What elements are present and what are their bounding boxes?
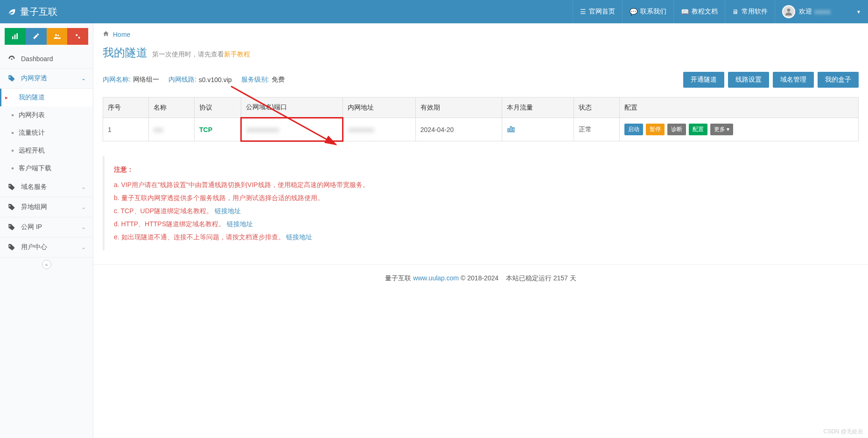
svg-rect-10 [511, 127, 512, 132]
notice-d: d. HTTP、HTTPS隧道绑定域名教程。 链接地址 [114, 217, 849, 230]
comment-icon: 💬 [630, 8, 637, 15]
td-expiry: 2024-04-20 [415, 118, 502, 141]
action-buttons: 开通隧道 线路设置 域名管理 我的盒子 [683, 72, 859, 88]
svg-rect-11 [513, 128, 514, 132]
more-button[interactable]: 更多 ▾ [710, 124, 733, 135]
intranet-name-label: 内网名称: [103, 76, 131, 84]
home-icon [103, 30, 109, 38]
submenu-my-tunnels[interactable]: ▸ 我的隧道 [0, 89, 93, 106]
th-seq: 序号 [103, 97, 149, 118]
collapse-sidebar-button[interactable]: « [42, 260, 51, 269]
tag-icon [7, 203, 16, 211]
nav-home[interactable]: ☰ 官网首页 [573, 0, 622, 23]
top-links: ☰ 官网首页 💬 联系我们 📖 教程文档 🖥 常用软件 欢迎 xxxxx ▼ [573, 0, 868, 23]
svg-point-0 [787, 8, 791, 12]
tool-stats[interactable] [5, 28, 26, 45]
chevron-down-icon: ⌄ [81, 224, 86, 230]
svg-point-5 [57, 35, 59, 36]
arrow-right-icon: ▸ [5, 94, 8, 101]
notice-a: a. VIP用户请在"线路设置"中由普通线路切换到VIP线路，使用稳定高速的网络… [114, 178, 849, 191]
nav-software[interactable]: 🖥 常用软件 [725, 0, 775, 23]
service-level-label: 服务级别: [241, 76, 269, 84]
submenu-remote-boot[interactable]: 远程开机 [0, 142, 93, 160]
notice-box: 注意： a. VIP用户请在"线路设置"中由普通线路切换到VIP线路，使用稳定高… [103, 156, 859, 250]
top-nav: 量子互联 ☰ 官网首页 💬 联系我们 📖 教程文档 🖥 常用软件 欢迎 xxxx… [0, 0, 868, 23]
username-blurred: xxxxx [814, 8, 842, 15]
info-row: 内网名称: 网络组一 内网线路: s0.v100.vip 服务级别: 免费 开通… [93, 67, 868, 92]
th-intranet-addr: 内网地址 [343, 97, 415, 118]
page-title: 我的隧道 [103, 45, 147, 60]
td-status: 正常 [574, 118, 620, 141]
th-monthly-traffic: 本月流量 [502, 97, 574, 118]
submenu-traffic-stats[interactable]: 流量统计 [0, 124, 93, 142]
notice-link-d[interactable]: 链接地址 [227, 220, 253, 228]
tunnels-table-wrap: 序号 名称 协议 公网域名\端口 内网地址 有效期 本月流量 状态 配置 1 x [93, 92, 868, 146]
tool-settings[interactable] [67, 28, 88, 45]
td-config: 启动 暂停 诊断 配置 更多 ▾ [620, 118, 859, 141]
monitor-icon: 🖥 [732, 8, 739, 15]
td-name: xxx [149, 118, 195, 141]
chevron-down-icon: ⌄ [81, 75, 86, 82]
notice-link-e[interactable]: 链接地址 [286, 233, 312, 241]
page-header: 我的隧道 第一次使用时，请先查看新手教程 [93, 45, 868, 67]
my-box-button[interactable]: 我的盒子 [818, 72, 859, 88]
td-traffic [502, 118, 574, 141]
svg-point-6 [76, 34, 77, 36]
user-menu[interactable]: 欢迎 xxxxx ▼ [775, 0, 868, 23]
menu-penetration[interactable]: 内网穿透 ⌄ [0, 69, 93, 89]
traffic-chart-icon[interactable] [507, 127, 515, 134]
chevron-down-icon: ⌄ [81, 184, 86, 190]
notice-title: 注意： [114, 163, 849, 176]
open-tunnel-button[interactable]: 开通隧道 [683, 72, 724, 88]
footer-url[interactable]: www.uulap.com [413, 274, 459, 282]
submenu-client-download[interactable]: 客户端下载 [0, 160, 93, 177]
svg-rect-1 [12, 36, 14, 39]
nav-contact[interactable]: 💬 联系我们 [622, 0, 673, 23]
logo-text: 量子互联 [20, 6, 57, 18]
start-button[interactable]: 启动 [624, 124, 643, 135]
breadcrumb-home[interactable]: Home [113, 31, 130, 38]
avatar [782, 5, 795, 18]
svg-rect-3 [17, 33, 18, 39]
config-button[interactable]: 配置 [689, 124, 707, 135]
tunnels-table: 序号 名称 协议 公网域名\端口 内网地址 有效期 本月流量 状态 配置 1 x [103, 97, 859, 142]
table-header-row: 序号 名称 协议 公网域名\端口 内网地址 有效期 本月流量 状态 配置 [103, 97, 859, 118]
caret-down-icon: ▼ [856, 9, 861, 14]
menu-public-ip[interactable]: 公网 IP ⌄ [0, 217, 93, 237]
th-protocol: 协议 [195, 97, 241, 118]
td-intranet-addr: xxxxxxxx [343, 118, 415, 141]
menu-dashboard[interactable]: Dashboard [0, 49, 93, 69]
menu-remote-network[interactable]: 异地组网 ⌄ [0, 197, 93, 217]
line-settings-button[interactable]: 线路设置 [728, 72, 769, 88]
notice-link-c[interactable]: 链接地址 [215, 207, 241, 215]
intranet-line-value: s0.v100.vip [199, 76, 232, 83]
domain-manage-button[interactable]: 域名管理 [773, 72, 814, 88]
menu-user-center[interactable]: 用户中心 ⌄ [0, 237, 93, 257]
tool-users[interactable] [47, 28, 68, 45]
svg-point-7 [78, 37, 80, 39]
watermark: CSDN @无处在 [823, 428, 863, 436]
page-subtitle: 第一次使用时，请先查看新手教程 [152, 50, 250, 59]
intranet-name-value: 网络组一 [133, 76, 159, 84]
tag-icon [7, 183, 16, 191]
tool-edit[interactable] [26, 28, 47, 45]
td-seq: 1 [103, 118, 149, 141]
menu-domain-service[interactable]: 域名服务 ⌄ [0, 177, 93, 197]
tool-buttons [0, 23, 93, 49]
chevron-down-icon: ⌄ [81, 244, 86, 250]
content: Home 我的隧道 第一次使用时，请先查看新手教程 内网名称: 网络组一 内网线… [93, 23, 868, 438]
th-config: 配置 [620, 97, 859, 118]
logo[interactable]: 量子互联 [0, 6, 93, 18]
newbie-tutorial-link[interactable]: 新手教程 [224, 50, 250, 58]
tag-icon [7, 243, 16, 251]
intranet-line-label: 内网线路: [168, 76, 196, 84]
svg-rect-9 [508, 129, 509, 132]
chevron-down-icon: ⌄ [81, 204, 86, 210]
diagnose-button[interactable]: 诊断 [667, 124, 686, 135]
td-protocol: TCP [195, 118, 241, 141]
leaf-icon [7, 6, 16, 18]
nav-docs[interactable]: 📖 教程文档 [673, 0, 725, 23]
submenu-intranet-list[interactable]: 内网列表 [0, 106, 93, 124]
pause-button[interactable]: 暂停 [646, 124, 665, 135]
book-icon: 📖 [681, 8, 689, 15]
